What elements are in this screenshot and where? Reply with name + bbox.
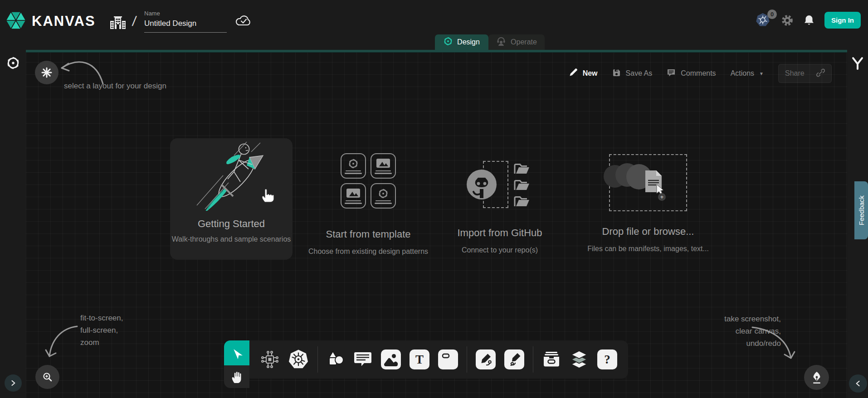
- comment-panel-tool[interactable]: [353, 350, 372, 369]
- folder-icon: [514, 195, 530, 208]
- collapse-right-panel-button[interactable]: [849, 374, 867, 393]
- template-tile-design: [341, 153, 366, 179]
- freehand-draw-tool[interactable]: [504, 349, 524, 369]
- sign-in-button[interactable]: Sign In: [824, 12, 861, 29]
- new-design-button[interactable]: New: [569, 68, 598, 79]
- template-tile-image: [371, 153, 396, 179]
- plus-badge: +: [658, 193, 666, 201]
- zoom-hint-text: fit-to-screen, full-screen, zoom: [80, 312, 123, 349]
- organization-icon[interactable]: [109, 14, 127, 34]
- pen-path-tool[interactable]: [476, 349, 496, 369]
- share-label: Share: [785, 69, 805, 78]
- share-button[interactable]: Share: [778, 64, 832, 83]
- comment-icon: [667, 68, 676, 79]
- kanvas-logo-icon: [5, 10, 26, 33]
- pencil-icon: [569, 68, 578, 79]
- help-tool[interactable]: ?: [597, 349, 617, 369]
- tab-design-label: Design: [457, 38, 480, 46]
- drop-zone[interactable]: +: [609, 154, 687, 211]
- tools-bar: T: [249, 340, 628, 379]
- card-import-github[interactable]: Import from GitHub Connect to your repo(…: [448, 161, 552, 254]
- file-document-icon: [644, 170, 663, 197]
- kubernetes-tool[interactable]: [288, 349, 309, 370]
- card-start-from-template[interactable]: Start from template Choose from existing…: [298, 153, 439, 256]
- folder-icon: [514, 163, 530, 175]
- card-title: Getting Started: [198, 218, 265, 230]
- actions-dropdown[interactable]: Actions ▼: [731, 69, 764, 78]
- note-tool[interactable]: [438, 349, 458, 369]
- notifications-bell-button[interactable]: [804, 15, 814, 26]
- tab-design[interactable]: Design: [435, 34, 488, 50]
- header-actions: 0 Sign In: [756, 12, 861, 29]
- template-tile-image: [341, 183, 366, 209]
- card-drop-file[interactable]: + Drop file or browse... Files can be ma…: [585, 154, 712, 253]
- pan-hand-tool-button[interactable]: [224, 365, 249, 388]
- template-tiles: [341, 153, 396, 209]
- comments-button[interactable]: Comments: [667, 68, 716, 79]
- chevron-down-icon: ▼: [759, 71, 764, 76]
- image-icon: [346, 188, 361, 199]
- meshery-swirl-icon[interactable]: [6, 56, 20, 72]
- layer5-y-icon[interactable]: [851, 56, 864, 73]
- save-as-label: Save As: [626, 69, 653, 78]
- github-art: [466, 161, 534, 209]
- expand-left-panel-button[interactable]: [5, 374, 22, 392]
- tab-operate[interactable]: Operate: [488, 34, 545, 50]
- card-subtitle: Walk-throughs and sample scenarios: [172, 235, 291, 243]
- component-graph-tool[interactable]: [260, 350, 279, 369]
- mode-tabs: Design Operate: [435, 34, 545, 50]
- actions-hint-arrow: [747, 322, 801, 365]
- image-icon: [376, 158, 390, 169]
- save-as-button[interactable]: Save As: [612, 68, 653, 79]
- tab-operate-label: Operate: [511, 38, 537, 46]
- design-name-field: Name Untitled Design: [144, 10, 227, 33]
- toolbar-separator: [317, 346, 318, 373]
- share-link-icon: [816, 68, 825, 79]
- kanvas-app: KANVAS: [0, 0, 868, 398]
- header: KANVAS: [0, 0, 868, 50]
- card-subtitle: Connect to your repo(s): [462, 246, 538, 254]
- zoom-controls-button[interactable]: [35, 365, 59, 389]
- repo-folders: [514, 163, 530, 208]
- layout-hint-text: select a layout for your design: [64, 80, 166, 92]
- pointer-tools: [224, 340, 249, 388]
- drawer-tool[interactable]: [542, 350, 561, 369]
- design-canvas[interactable]: select a layout for your design New: [26, 50, 847, 398]
- card-title: Start from template: [326, 228, 410, 240]
- zoom-hint-arrow: [39, 321, 82, 364]
- design-name-input[interactable]: Untitled Design: [144, 19, 227, 33]
- card-subtitle: Files can be manifests, images, text...: [587, 245, 709, 253]
- select-tool-button[interactable]: [224, 340, 249, 365]
- text-tool[interactable]: T: [410, 349, 429, 369]
- cursor-arrow-icon: [230, 347, 243, 359]
- brand: KANVAS: [5, 10, 96, 33]
- left-sidebar: [0, 50, 26, 398]
- card-title: Drop file or browse...: [602, 226, 694, 238]
- shapes-tool[interactable]: [327, 350, 345, 369]
- card-getting-started[interactable]: Getting Started Walk-throughs and sample…: [170, 138, 293, 260]
- layers-tool[interactable]: [570, 349, 589, 369]
- toolbar-separator: [533, 346, 533, 373]
- comments-label: Comments: [681, 69, 716, 78]
- folder-icon: [514, 179, 530, 191]
- pen-actions-button[interactable]: [804, 365, 829, 390]
- github-octocat-icon: [466, 169, 497, 202]
- swirl-icon: [378, 188, 389, 199]
- breadcrumb-separator: /: [132, 14, 137, 29]
- card-subtitle: Choose from existing design patterns: [308, 248, 428, 256]
- settings-gear-button[interactable]: [781, 14, 794, 27]
- card-title: Import from GitHub: [457, 227, 542, 239]
- image-tool[interactable]: [381, 349, 401, 369]
- new-label: New: [583, 69, 598, 78]
- text-tool-glyph: T: [415, 353, 424, 367]
- design-swirl-icon: [444, 37, 453, 48]
- kubernetes-context-button[interactable]: 0: [756, 13, 771, 28]
- canvas-top-band: [26, 50, 847, 53]
- operate-headset-icon: [496, 36, 506, 48]
- hand-icon: [231, 370, 243, 383]
- help-glyph: ?: [604, 353, 610, 367]
- feedback-tab[interactable]: Feedback: [854, 181, 868, 239]
- tools-dock: T: [224, 340, 628, 388]
- template-tile-design: [371, 183, 396, 209]
- hand-cursor-icon: [259, 186, 274, 204]
